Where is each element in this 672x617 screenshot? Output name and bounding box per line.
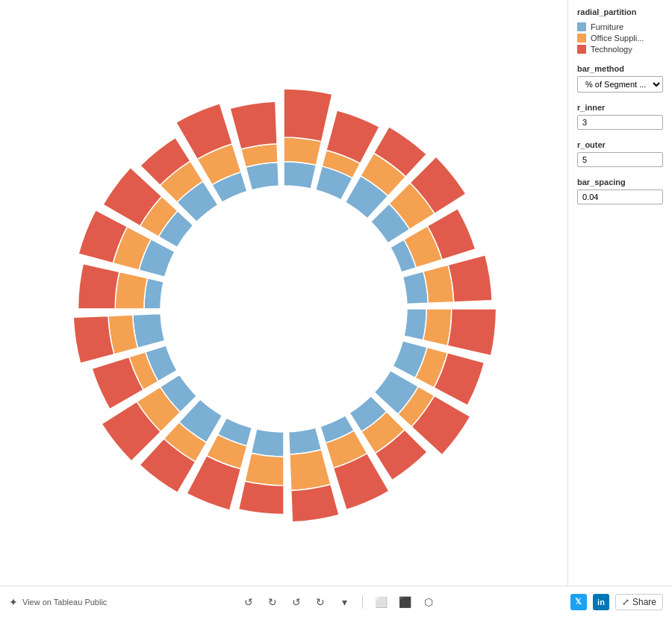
segment-6-bar-1[interactable] [423, 309, 452, 345]
bar-method-group: bar_method % of Segment ... Count Sum [577, 64, 663, 93]
legend-group: radial_partition Furniture Office Suppli… [577, 7, 663, 54]
bottom-bar: ✦ View on Tableau Public ↺ ↻ ↺ ↻ ▾ ⬜ ⬛ ⬡… [0, 586, 672, 617]
legend-title: radial_partition [577, 7, 663, 16]
segment-23-bar-2[interactable] [230, 101, 277, 149]
legend-items: Furniture Office Suppli... Technology [577, 22, 663, 54]
dropdown-button[interactable]: ▾ [335, 593, 353, 611]
segment-5-bar-2[interactable] [448, 254, 492, 301]
bar-spacing-group: bar_spacing [577, 178, 663, 204]
linkedin-button[interactable]: in [593, 594, 609, 610]
undo2-button[interactable]: ↺ [287, 593, 305, 611]
tableau-link-area: ✦ View on Tableau Public [9, 596, 107, 608]
legend-item-furniture: Furniture [577, 22, 663, 31]
main-container: radial_partition Furniture Office Suppli… [0, 0, 672, 617]
segment-6-bar-2[interactable] [447, 309, 496, 356]
segment-17-bar-2[interactable] [73, 316, 114, 363]
segment-0-bar-1[interactable] [284, 137, 322, 165]
share-icon-button[interactable]: ⬡ [420, 593, 438, 611]
bar-method-label: bar_method [577, 64, 663, 73]
segment-11-bar-1[interactable] [290, 449, 331, 490]
share-button[interactable]: ⤢ Share [615, 594, 663, 610]
r-outer-label: r_outer [577, 140, 663, 149]
segment-18-bar-1[interactable] [115, 272, 147, 309]
r-outer-input[interactable] [577, 152, 663, 167]
bar-spacing-input[interactable] [577, 190, 663, 204]
r-inner-label: r_inner [577, 103, 663, 112]
redo2-button[interactable]: ↻ [311, 593, 329, 611]
toolbar-center: ↺ ↻ ↺ ↻ ▾ ⬜ ⬛ ⬡ [107, 593, 570, 611]
radial-chart [0, 18, 567, 600]
share-icon: ⤢ [622, 597, 629, 607]
bar-method-select[interactable]: % of Segment ... Count Sum [577, 76, 663, 93]
technology-label: Technology [591, 45, 632, 54]
center-circle [161, 186, 407, 432]
toolbar-separator [362, 595, 363, 609]
download-button[interactable]: ⬛ [396, 593, 414, 611]
office-label: Office Suppli... [591, 34, 644, 43]
chart-area [0, 0, 567, 617]
technology-color-swatch [577, 45, 586, 54]
undo-button[interactable]: ↺ [240, 593, 258, 611]
furniture-color-swatch [577, 22, 586, 31]
segment-18-bar-2[interactable] [78, 263, 119, 309]
segment-11-bar-2[interactable] [291, 484, 339, 522]
segment-6-bar-0[interactable] [404, 309, 426, 340]
legend-item-office: Office Suppli... [577, 34, 663, 43]
share-label: Share [632, 597, 656, 607]
redo-button[interactable]: ↻ [264, 593, 281, 611]
segment-0-bar-0[interactable] [284, 161, 316, 189]
bar-spacing-label: bar_spacing [577, 178, 663, 187]
furniture-label: Furniture [591, 22, 623, 31]
segment-12-bar-0[interactable] [251, 428, 284, 456]
r-outer-group: r_outer [577, 140, 663, 167]
segment-12-bar-1[interactable] [245, 453, 284, 486]
r-inner-group: r_inner [577, 103, 663, 130]
segment-12-bar-2[interactable] [238, 481, 284, 514]
tableau-link[interactable]: View on Tableau Public [22, 598, 107, 607]
sidebar: radial_partition Furniture Office Suppli… [567, 0, 672, 617]
office-color-swatch [577, 34, 586, 43]
tooltip-button[interactable]: ⬜ [372, 593, 390, 611]
r-inner-input[interactable] [577, 115, 663, 130]
segment-17-bar-0[interactable] [133, 313, 165, 348]
tableau-icon: ✦ [9, 596, 18, 608]
social-share-area: 𝕏 in ⤢ Share [570, 594, 663, 610]
segment-0-bar-2[interactable] [284, 89, 332, 142]
legend-item-technology: Technology [577, 45, 663, 54]
twitter-button[interactable]: 𝕏 [570, 594, 587, 610]
